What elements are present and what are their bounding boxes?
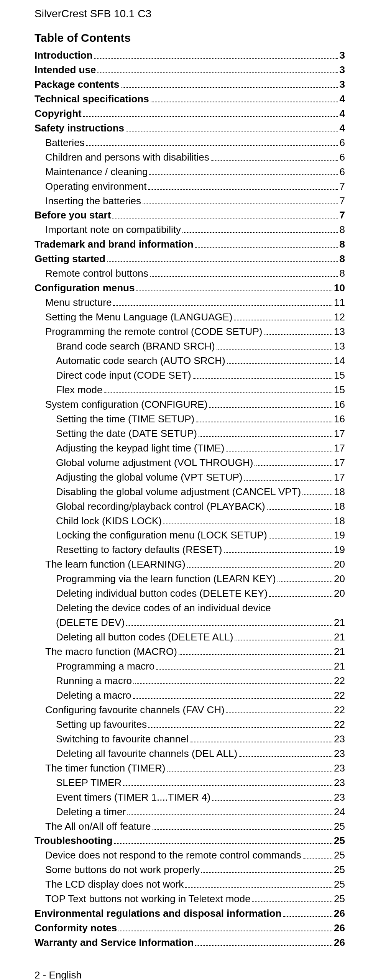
toc-leader-dots xyxy=(86,145,338,146)
toc-leader-dots xyxy=(196,422,332,422)
toc-leader-dots xyxy=(224,552,333,553)
toc-entry: Copyright4 xyxy=(34,107,345,121)
toc-entry-label: Setting the time (TIME SETUP) xyxy=(56,412,194,427)
toc-entry: Inserting the batteries7 xyxy=(34,194,345,208)
toc-entry: Maintenance / cleaning6 xyxy=(34,165,345,179)
toc-entry-page: 8 xyxy=(340,237,345,252)
toc-entry-label: Deleting all favourite channels (DEL ALL… xyxy=(56,747,237,761)
toc-entry: Remote control buttons8 xyxy=(34,266,345,281)
toc-entry-label: Adjusting the keypad light time (TIME) xyxy=(56,441,224,456)
toc-entry-label: Maintenance / cleaning xyxy=(45,165,148,179)
toc-entry-page: 11 xyxy=(334,295,345,310)
toc-entry-page: 8 xyxy=(340,252,345,266)
toc-entry-page: 8 xyxy=(340,266,345,281)
toc-leader-dots xyxy=(199,436,332,437)
toc-entry-label: System configuration (CONFIGURE) xyxy=(45,397,207,412)
toc-entry: Children and persons with disabilities6 xyxy=(34,150,345,165)
toc-entry: Deleting all favourite channels (DEL ALL… xyxy=(34,747,345,761)
toc-entry-label: The timer function (TIMER) xyxy=(45,761,166,776)
toc-entry-label: Batteries xyxy=(45,136,85,150)
toc-leader-dots xyxy=(267,509,332,510)
toc-entry-label: Setting up favourites xyxy=(56,717,147,732)
toc-entry-label: Deleting a timer xyxy=(56,805,126,819)
toc-entry: The All on/All off feature25 xyxy=(34,819,345,834)
toc-entry-page: 26 xyxy=(334,921,345,936)
toc-entry-page: 21 xyxy=(334,630,345,645)
toc-leader-dots xyxy=(182,232,338,233)
toc-leader-dots xyxy=(167,771,333,772)
toc-entry: Conformity notes26 xyxy=(34,921,345,936)
toc-entry-label: Programming a macro xyxy=(56,659,154,674)
toc-entry-label: Direct code input (CODE SET) xyxy=(56,368,191,383)
toc-entry-label: Deleting individual button codes (DELETE… xyxy=(56,586,268,601)
toc-leader-dots xyxy=(112,218,338,218)
toc-entry-page: 16 xyxy=(334,397,345,412)
toc-entry-page: 21 xyxy=(334,659,345,674)
toc-entry: Disabling the global volume adjustment (… xyxy=(34,485,345,499)
toc-entry: Resetting to factory defaults (RESET)19 xyxy=(34,543,345,557)
toc-entry: Programming the remote control (CODE SET… xyxy=(34,325,345,339)
toc-leader-dots xyxy=(149,174,338,175)
toc-entry-label: The learn function (LEARNING) xyxy=(45,557,186,572)
toc-entry: Configuration menus10 xyxy=(34,281,345,295)
toc-entry-page: 18 xyxy=(334,514,345,529)
product-header: SilverCrest SFB 10.1 C3 xyxy=(34,8,345,20)
toc-leader-dots xyxy=(303,858,332,859)
toc-entry-label: Getting started xyxy=(34,252,105,266)
toc-entry-page: 3 xyxy=(340,48,345,63)
toc-leader-dots xyxy=(226,451,332,451)
toc-entry-page: 16 xyxy=(334,412,345,427)
toc-entry: Running a macro22 xyxy=(34,674,345,688)
toc-entry-label: Warranty and Service Information xyxy=(34,936,194,950)
toc-leader-dots xyxy=(151,102,338,102)
toc-entry-page: 19 xyxy=(334,543,345,557)
toc-leader-dots xyxy=(94,58,338,59)
toc-entry-page: 23 xyxy=(334,790,345,805)
toc-leader-dots xyxy=(143,204,338,204)
toc-entry: Direct code input (CODE SET)15 xyxy=(34,368,345,383)
toc-entry-page: 22 xyxy=(334,717,345,732)
toc-entry: Setting the date (DATE SETUP)17 xyxy=(34,427,345,441)
toc-entry-page: 25 xyxy=(334,848,345,863)
toc-entry-label: Intended use xyxy=(34,63,96,77)
toc-leader-dots xyxy=(127,814,332,815)
toc-entry-label: Deleting all button codes (DELETE ALL) xyxy=(56,630,233,645)
toc-leader-dots xyxy=(150,276,338,277)
toc-entry-label: Before you start xyxy=(34,208,111,223)
toc-entry-page: 3 xyxy=(340,63,345,77)
toc-entry: The macro function (MACRO)21 xyxy=(34,645,345,659)
toc-entry-label: Introduction xyxy=(34,48,93,63)
toc-entry-label: Remote control buttons xyxy=(45,266,148,281)
toc-leader-dots xyxy=(126,131,338,131)
toc-entry-page: 13 xyxy=(334,325,345,339)
toc-leader-dots xyxy=(126,625,332,626)
toc-entry: Technical specifications4 xyxy=(34,92,345,107)
toc-leader-dots xyxy=(234,320,333,320)
toc-leader-dots xyxy=(83,116,338,117)
toc-entry-label: Copyright xyxy=(34,107,82,121)
toc-entry: Troubleshooting25 xyxy=(34,834,345,848)
toc-entry-page: 18 xyxy=(334,485,345,499)
toc-leader-dots xyxy=(148,727,332,728)
toc-entry: Before you start7 xyxy=(34,208,345,223)
toc-entry-label: Device does not respond to the remote co… xyxy=(45,848,301,863)
toc-entry-page: 7 xyxy=(340,194,345,208)
toc-leader-dots xyxy=(148,189,338,190)
toc-entry: Child lock (KIDS LOCK)18 xyxy=(34,514,345,529)
toc-leader-dots xyxy=(118,931,332,931)
toc-entry-label: Deleting a macro xyxy=(56,688,131,703)
toc-entry-label: Package contents xyxy=(34,77,119,92)
toc-entry-label: Menu structure xyxy=(45,295,112,310)
toc-entry-page: 21 xyxy=(334,645,345,659)
toc-entry-label: Technical specifications xyxy=(34,92,149,107)
toc-entry-page: 4 xyxy=(340,121,345,136)
toc-leader-dots xyxy=(163,524,332,524)
toc-entry-label: TOP Text buttons not working in Teletext… xyxy=(45,892,251,906)
toc-entry: Brand code search (BRAND SRCH)13 xyxy=(34,339,345,354)
toc-leader-dots xyxy=(211,160,338,161)
toc-entry: Introduction3 xyxy=(34,48,345,63)
toc-leader-dots xyxy=(187,567,332,568)
toc-entry-label: Programming the remote control (CODE SET… xyxy=(45,325,262,339)
toc-entry: Package contents3 xyxy=(34,77,345,92)
toc-entry: Global recording/playback control (PLAYB… xyxy=(34,499,345,514)
